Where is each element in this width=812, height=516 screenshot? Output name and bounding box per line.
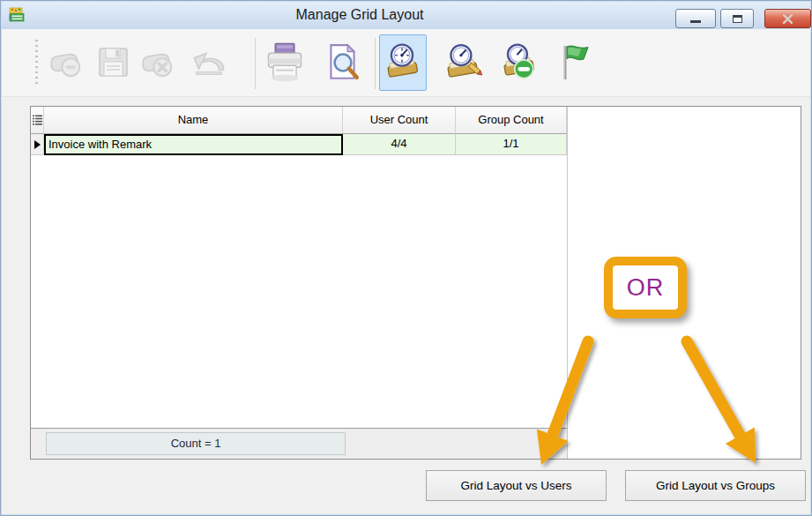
toolbar [2, 29, 810, 97]
current-row-arrow-icon [34, 140, 41, 149]
edit-grid-layout-button[interactable] [439, 34, 487, 91]
grid-layout-remove-icon [499, 42, 540, 83]
cancel-stamp-icon [138, 42, 178, 83]
grid-layout-button[interactable] [379, 34, 427, 91]
column-header-group-count[interactable]: Group Count [456, 107, 567, 134]
cell-name[interactable]: Invoice with Remark [44, 134, 343, 155]
save-layout-button[interactable] [90, 34, 138, 91]
close-button[interactable] [764, 9, 811, 28]
column-chooser-button[interactable] [31, 107, 44, 134]
grid-layout-vs-groups-button[interactable]: Grid Layout vs Groups [625, 470, 806, 501]
column-chooser-icon [33, 115, 42, 126]
app-icon [9, 6, 26, 24]
remove-grid-layout-button[interactable] [495, 34, 543, 91]
toolbar-grip[interactable] [35, 40, 38, 87]
toolbar-separator [255, 38, 256, 89]
save-icon [94, 43, 133, 82]
print-preview-button[interactable] [319, 34, 367, 91]
grid-columns-right-edge [567, 107, 568, 459]
grid-layout-icon [383, 42, 423, 83]
flag-button[interactable] [554, 34, 601, 91]
window-title: Manage Grid Layout [55, 2, 665, 29]
column-header-user-count[interactable]: User Count [343, 107, 456, 134]
cell-user-count[interactable]: 4/4 [343, 134, 456, 155]
grid-layout-vs-users-button[interactable]: Grid Layout vs Users [426, 470, 607, 501]
row-indicator [31, 134, 44, 155]
print-preview-icon [323, 41, 363, 84]
undo-button[interactable] [187, 34, 235, 91]
toolbar-separator [375, 38, 376, 89]
grid-layout-table: Name User Count Group Count Invoice with… [30, 106, 801, 460]
cell-group-count[interactable]: 1/1 [456, 134, 567, 155]
delete-stamp-icon [46, 42, 86, 83]
minimize-button[interactable] [675, 9, 716, 28]
maximize-button[interactable] [720, 9, 754, 28]
minimize-icon [690, 20, 701, 23]
grid-footer: Count = 1 [31, 428, 568, 459]
maximize-icon [733, 15, 742, 23]
column-header-name[interactable]: Name [44, 107, 343, 134]
delete-layout-button[interactable] [42, 34, 90, 91]
print-button[interactable] [261, 34, 309, 91]
undo-icon [188, 42, 234, 83]
manage-grid-layout-window: Manage Grid Layout [0, 0, 812, 516]
flag-icon [558, 42, 597, 83]
titlebar: Manage Grid Layout [2, 2, 810, 29]
row-count-summary: Count = 1 [46, 432, 346, 455]
cancel-layout-button[interactable] [134, 34, 182, 91]
close-icon [782, 13, 793, 25]
print-icon [264, 41, 306, 84]
grid-layout-edit-icon [443, 42, 483, 83]
